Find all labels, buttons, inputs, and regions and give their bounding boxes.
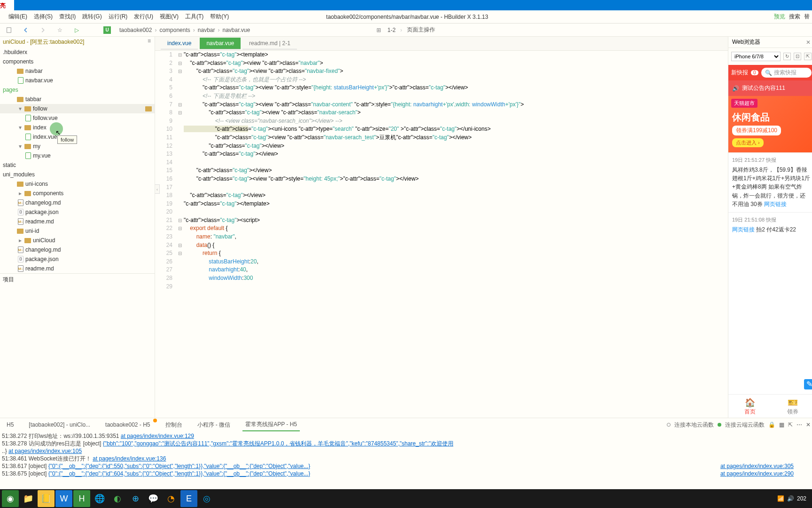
tree-item[interactable]: uni-icons [0, 179, 155, 189]
tree-item[interactable]: index.vue [0, 132, 155, 142]
menu-publish[interactable]: 发行(U) [134, 13, 153, 21]
taskbar-app2[interactable]: W [55, 490, 72, 507]
console-tab-wechat[interactable]: 小程序 - 微信 [195, 419, 234, 431]
console-tab-unicloud[interactable]: [taobaoke002] - uniClo... [26, 420, 93, 430]
console-output[interactable]: 51:38.272 打印ws地址：ws://39.100.1.35:9351 a… [0, 431, 812, 498]
tree-item[interactable]: components [0, 57, 155, 66]
radio-cloud[interactable] [718, 423, 721, 427]
layout-icon[interactable]: ⊞ [375, 26, 383, 34]
menu-run[interactable]: 运行(R) [109, 13, 128, 21]
external-icon[interactable]: ⇱ [804, 53, 812, 60]
code-editor[interactable]: 1234567891011121314151617181920212223242… [155, 51, 728, 418]
tray-time[interactable]: 202 [797, 495, 806, 502]
taskbar-wechat[interactable]: 💬 [145, 490, 162, 507]
tab-readme[interactable]: readme.md | 2-1 [242, 38, 297, 49]
back-icon[interactable] [22, 26, 30, 34]
pv-banner[interactable]: 天猫超市 休闲食品 领券满199减100 点击进入 › [728, 96, 812, 152]
taskbar-files[interactable]: 📁 [20, 490, 37, 507]
tree-item[interactable]: tabbar [0, 95, 155, 104]
tree-item[interactable]: static [0, 160, 155, 170]
crumb-file[interactable]: navbar.vue [222, 27, 250, 33]
tree-item[interactable]: ▾follow [0, 104, 155, 113]
tree-item[interactable]: M↓changelog.md [0, 198, 155, 207]
taskbar-app6[interactable]: ◎ [198, 490, 215, 507]
pv-tab-coupon[interactable]: 🎫领券 [772, 395, 812, 418]
console-close-icon[interactable]: ✕ [806, 421, 811, 428]
pv-float-button[interactable]: ✎ [804, 379, 812, 389]
taskbar-app3[interactable]: ◐ [109, 490, 126, 507]
menu-select[interactable]: 选择(S) [34, 13, 53, 21]
crumb-dir2[interactable]: navbar [198, 27, 215, 33]
crumb-dir[interactable]: components [159, 27, 190, 33]
news-link[interactable]: 网页链接 [732, 226, 755, 233]
tree-item[interactable]: M↓changelog.md [0, 245, 155, 254]
sidebar-menu-icon[interactable]: ≡ [148, 38, 151, 44]
folder-icon [17, 69, 23, 74]
tree-item[interactable]: ▸components [0, 189, 155, 198]
pv-search[interactable]: 🔍搜索快报 [761, 68, 812, 78]
forward-icon[interactable] [39, 26, 47, 34]
pv-news-item[interactable]: 19日 21:51:08 快报 网页链接 拍2 付42返卡22 [728, 212, 812, 238]
tray-net-icon[interactable]: 📶 [777, 495, 784, 502]
tree-item[interactable]: M↓readme.md [0, 217, 155, 226]
tree-item[interactable]: {}package.json [0, 207, 155, 217]
device-select[interactable]: iPhone 6/7/8 [731, 52, 781, 61]
tree-item[interactable]: navbar [0, 66, 155, 76]
console-export-icon[interactable]: ⇱ [788, 421, 793, 428]
tree-item[interactable]: ▸uniCloud [0, 236, 155, 245]
new-file-icon[interactable] [5, 26, 13, 34]
tray-vol-icon[interactable]: 🔊 [787, 495, 794, 502]
refresh-icon[interactable]: ↻ [783, 53, 791, 60]
menu-view[interactable]: 视图(V) [160, 13, 179, 21]
tree-root[interactable]: uniCloud - [阿里云:taobaoke002] [0, 37, 155, 48]
tree-item[interactable]: M↓readme.md [0, 264, 155, 273]
menu-preview[interactable]: 预览 [774, 13, 785, 21]
star-icon[interactable]: ☆ [55, 26, 64, 34]
console-tab-h5-2[interactable]: taobaoke002 - H5 [102, 420, 153, 430]
menu-tools[interactable]: 工具(T) [185, 13, 203, 21]
preview-close-icon[interactable]: ✕ [806, 39, 811, 46]
menu-goto[interactable]: 跳转(G) [82, 13, 102, 21]
menu-replace[interactable]: 替 [804, 13, 810, 21]
taskbar-hbuilder[interactable]: H [73, 490, 90, 507]
console-lock-icon[interactable]: 🔒 [768, 421, 775, 428]
taskbar-chrome[interactable]: 🌐 [91, 490, 108, 507]
console-tab-console[interactable]: 控制台 [163, 419, 185, 431]
pv-news-item[interactable]: 19日 21:51:27 快报 凤祥炸鸡3.8斤，【59.9】香辣翅根1斤+鸡米… [728, 152, 812, 212]
taskbar-edge[interactable]: E [180, 490, 197, 507]
tree-item[interactable]: ▾my [0, 142, 155, 151]
radio-local[interactable] [667, 423, 671, 427]
console-clear-icon[interactable]: ▦ [779, 421, 784, 428]
preview-viewport[interactable]: 新快报 0 🔍搜索快报 🔊 测试公告内容111 天猫超市 休闲食品 领券满199… [728, 65, 812, 418]
play-icon[interactable]: ▷ [72, 26, 81, 34]
pv-tab-home[interactable]: 🏠首页 [728, 395, 772, 418]
menu-find[interactable]: 查找(I) [59, 13, 76, 21]
tree-item[interactable]: {}package.json [0, 254, 155, 264]
sidebar-footer[interactable]: 项目 [0, 273, 155, 286]
page-op-label[interactable]: 页面主操作 [407, 26, 435, 34]
console-tab-h5[interactable]: H5 [4, 420, 16, 430]
taskbar-app1[interactable]: 📒 [38, 490, 55, 507]
tree-item[interactable]: pages [0, 85, 155, 95]
taskbar-app4[interactable]: ⊕ [127, 490, 144, 507]
menu-edit[interactable]: 编辑(E) [8, 13, 27, 21]
crumb-project[interactable]: taobaoke002 [119, 27, 152, 33]
tree-item[interactable]: navbar.vue [0, 76, 155, 85]
tab-navbar[interactable]: navbar.vue [200, 38, 241, 49]
tree-item[interactable]: follow.vue [0, 113, 155, 123]
tab-index[interactable]: index.vue [161, 38, 198, 49]
sidebar-collapse-icon[interactable]: ‹ [155, 184, 160, 194]
tree-item[interactable]: ▾index [0, 123, 155, 132]
console-more-icon[interactable]: ⋯ [796, 421, 802, 428]
tree-item[interactable]: .hbuilderx [0, 48, 155, 57]
menu-search[interactable]: 搜索 [789, 13, 800, 21]
resize-icon[interactable]: ⊡ [794, 53, 801, 60]
tree-item[interactable]: uni_modules [0, 170, 155, 179]
console-tab-app[interactable]: 霍常亮线报APP - H5 [242, 419, 300, 431]
taskbar-app5[interactable]: ◔ [163, 490, 180, 507]
tree-item[interactable]: my.vue [0, 151, 155, 160]
menu-help[interactable]: 帮助(Y) [210, 13, 229, 21]
taskbar-start[interactable]: ◉ [2, 490, 19, 507]
tree-item[interactable]: uni-id [0, 226, 155, 236]
news-link[interactable]: 网页链接 [764, 201, 787, 207]
